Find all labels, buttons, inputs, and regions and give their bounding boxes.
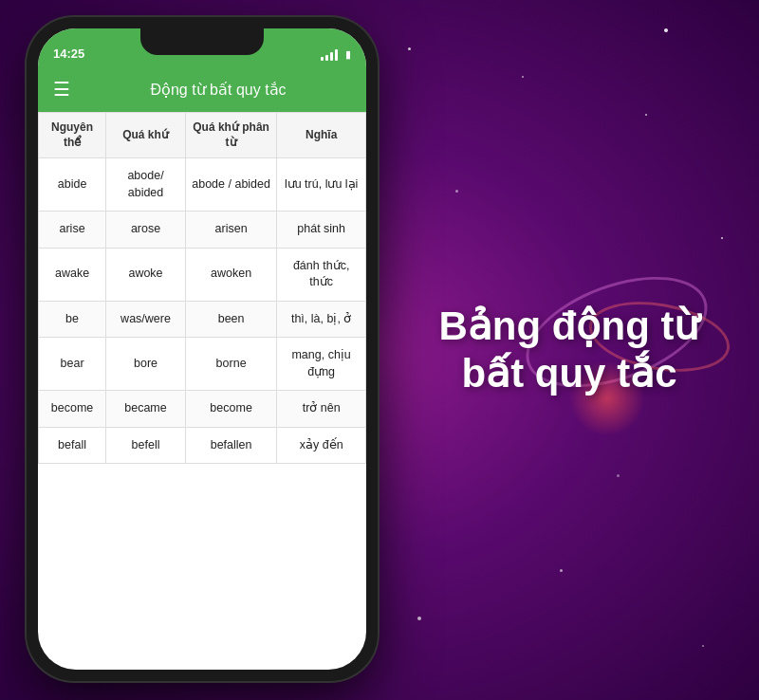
table-container[interactable]: Nguyên thể Quá khứ Quá khứ phân từ Nghĩa… [38,112,366,670]
table-cell: abode / abided [185,158,276,212]
phone-device: 14:25 ▮ ☰ Động từ bất quy tắc [27,17,378,681]
menu-icon[interactable]: ☰ [53,78,70,101]
col-header-base: Nguyên thể [39,113,106,158]
table-row[interactable]: bewas/werebeenthì, là, bị, ở [39,301,366,338]
table-cell: phát sinh [277,212,366,249]
table-cell: befallen [185,427,276,464]
table-cell: đánh thức, thức [277,248,366,301]
table-row[interactable]: becomebecamebecometrở nên [39,391,366,428]
table-cell: become [185,391,276,428]
col-header-participle: Quá khứ phân từ [185,113,276,158]
status-icons: ▮ [321,48,351,61]
table-cell: thì, là, bị, ở [277,301,366,338]
table-row[interactable]: awakeawokeawokenđánh thức, thức [39,248,366,301]
table-cell: awoke [106,248,186,301]
headline-line1: Bảng động từ [439,304,700,348]
signal-icon [321,49,338,61]
table-row[interactable]: bearborebornemang, chịu đựng [39,338,366,391]
table-cell: was/were [106,301,186,338]
table-cell: became [106,391,186,428]
table-cell: awake [39,248,106,301]
status-time: 14:25 [53,46,84,61]
table-cell: abide [39,158,106,212]
phone-notch [140,28,264,55]
right-headline: Bảng động từ bất quy tắc [408,303,731,398]
table-row[interactable]: abideabode/ abidedabode / abidedlưu trú,… [39,158,366,212]
battery-icon: ▮ [345,48,351,61]
verb-table: Nguyên thể Quá khứ Quá khứ phân từ Nghĩa… [38,112,366,464]
col-header-past: Quá khứ [106,113,186,158]
headline-line2: bất quy tắc [462,351,677,396]
table-cell: befall [39,427,106,464]
table-cell: arisen [185,212,276,249]
table-cell: been [185,301,276,338]
table-row[interactable]: befallbefellbefallenxảy đến [39,427,366,464]
table-cell: awoken [185,248,276,301]
table-cell: bear [39,338,106,391]
table-cell: become [39,391,106,428]
table-cell: borne [185,338,276,391]
table-header-row: Nguyên thể Quá khứ Quá khứ phân từ Nghĩa [39,113,366,158]
table-cell: arose [106,212,186,249]
app-title: Động từ bất quy tắc [85,81,351,99]
col-header-meaning: Nghĩa [277,113,366,158]
headline-text: Bảng động từ bất quy tắc [408,303,731,398]
table-cell: lưu trú, lưu lại [277,158,366,212]
app-bar: ☰ Động từ bất quy tắc [38,66,366,112]
table-row[interactable]: arisearosearisenphát sinh [39,212,366,249]
table-cell: trở nên [277,391,366,428]
table-cell: befell [106,427,186,464]
table-cell: mang, chịu đựng [277,338,366,391]
table-cell: xảy đến [277,427,366,464]
table-cell: bore [106,338,186,391]
table-cell: be [39,301,106,338]
table-cell: arise [39,212,106,249]
table-cell: abode/ abided [106,158,186,212]
